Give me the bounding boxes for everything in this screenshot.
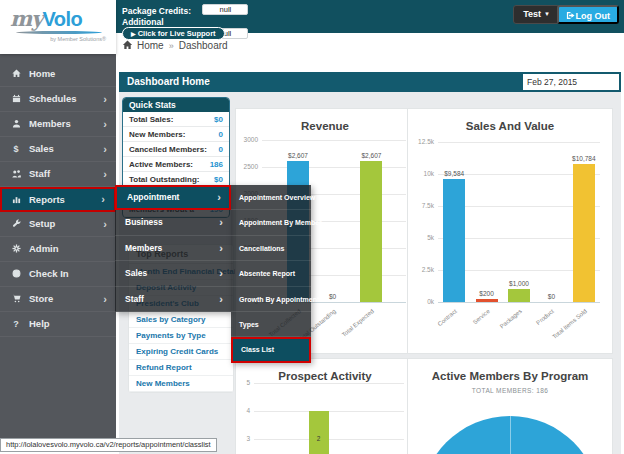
live-support-button[interactable]: ▶Click for Live Support [122,27,225,40]
submenu-item-cancellations[interactable]: Cancellations [231,236,311,261]
quick-stat-value: 0 [219,142,223,156]
top-report-link-payments-by-type[interactable]: Payments by Type [129,328,233,344]
top-report-link-new-members[interactable]: New Members [129,376,233,392]
chevron-right-icon: › [103,112,107,136]
date-input[interactable]: Feb 27, 2015 [523,74,619,90]
quick-stat-label: Cancelled Members: [129,142,207,156]
quick-stat-row-cancelled-members: Cancelled Members:0 [123,142,229,157]
myvolo-app: Package Credits: null Additional Credits… [0,0,624,454]
quick-stat-value: 0 [219,127,223,141]
menu-item-label: Growth By Appointment [239,296,319,303]
breadcrumb-separator: » [169,41,174,51]
chevron-right-icon: › [219,236,223,261]
sidebar-item-schedules[interactable]: Schedules› [0,87,116,112]
bar-chart-plot: 2 [254,383,404,454]
play-icon: ▶ [131,31,136,37]
dollar-icon: $ [10,137,22,161]
sales-and-value-chart-card: Sales And Value$9,584$200$1,000$0$10,784… [407,108,613,354]
sidebar-item-label: Sales [29,143,54,154]
quick-stat-row-active-members: Active Members:186 [123,157,229,172]
menu-item-label: Business [125,217,163,227]
reports-flyout-menu: Appointment›Business›Members›Sales›Staff… [115,185,231,312]
sidebar-item-label: Home [29,68,55,79]
logout-button[interactable]: Log Out [557,5,620,24]
menu-item-label: Absentee Report [239,270,295,277]
staff-icon [10,162,22,186]
y-tick-label: 3000 [236,136,258,143]
sidebar-item-label: Help [29,318,50,329]
menu-item-label: Sales [125,268,147,278]
y-tick-label: 7.5k [408,202,434,209]
sidebar-item-check-in[interactable]: Check In [0,262,116,287]
sidebar-item-store[interactable]: Store› [0,287,116,312]
chart-title: Sales And Value [408,109,612,132]
sidebar-item-staff[interactable]: Staff› [0,162,116,187]
quick-stat-value: $0 [214,112,223,126]
menu-item-label: Appointment By Member [239,219,322,226]
y-tick-label: 4 [236,407,250,414]
chevron-right-icon: › [103,287,107,311]
x-axis-label: Total Expected [329,308,376,349]
calendar-icon [10,87,22,111]
submenu-item-absentee-report[interactable]: Absentee Report [231,261,311,286]
sidebar-item-help[interactable]: ?Help [0,312,116,337]
bar-chart-plot: $9,584$200$1,000$0$10,784 [438,142,600,302]
menu-item-label: Appointment Overview [239,194,315,201]
y-tick-label: 5 [236,379,250,386]
quick-stat-row-total-sales: Total Sales:$0 [123,112,229,127]
sidebar-item-admin[interactable]: Admin [0,237,116,262]
menu-item-label: Staff [125,294,144,304]
bar-prospect-activity [309,411,329,454]
menu-item-business[interactable]: Business› [115,210,231,235]
pie-slice-divider [510,416,511,454]
submenu-item-appointment-by-member[interactable]: Appointment By Member [231,210,311,235]
gridline [254,383,404,384]
sidebar-item-sales[interactable]: $Sales› [0,137,116,162]
sidebar-item-label: Reports [29,194,65,205]
gridline [438,142,600,143]
sidebar-item-reports[interactable]: Reports› [0,187,116,212]
top-report-link-refund-report[interactable]: Refund Report [129,360,233,376]
menu-item-label: Cancellations [239,245,285,252]
top-report-link-expiring-credit-cards[interactable]: Expiring Credit Cards [129,344,233,360]
chart-title: Revenue [236,109,414,132]
x-axis-line [438,302,600,303]
y-tick-label: 0k [408,298,434,305]
menu-item-sales[interactable]: Sales› [115,261,231,286]
sidebar-item-label: Check In [29,268,69,279]
logout-icon [566,11,575,20]
submenu-item-class-list[interactable]: Class List [231,337,311,362]
gridline [262,140,406,141]
menu-item-appointment[interactable]: Appointment› [115,185,231,210]
status-url-tooltip: http://lolalovesvolo.myvolo.ca/v2/report… [0,438,217,452]
chevron-right-icon: › [219,210,223,235]
bar-data-label: $2,607 [278,152,318,159]
top-report-link-sales-by-category[interactable]: Sales by Category [129,312,233,328]
package-credits-value[interactable]: null [202,4,248,15]
myvolo-logo[interactable]: myVolo by Member Solutions® [0,0,116,54]
appointment-flyout-menu: Appointment OverviewAppointment By Membe… [231,185,311,363]
chevron-down-icon: ▼ [544,11,550,17]
quick-stat-value: 186 [210,157,223,171]
submenu-item-growth-by-appointment[interactable]: Growth By Appointment [231,287,311,312]
sidebar-item-setup[interactable]: Setup› [0,212,116,237]
gridline [254,411,404,412]
menu-item-members[interactable]: Members› [115,236,231,261]
sidebar-item-members[interactable]: Members› [0,112,116,137]
submenu-item-types[interactable]: Types [231,312,311,337]
help-icon: ? [10,312,22,336]
menu-item-staff[interactable]: Staff› [115,287,231,312]
sidebar-item-label: Store [29,293,53,304]
menu-item-label: Types [239,321,259,328]
quick-stat-value: $0 [214,172,223,186]
quick-stat-label: Total Outstanding: [129,172,200,186]
checkin-icon [10,262,22,286]
submenu-item-appointment-overview[interactable]: Appointment Overview [231,185,311,210]
active-members-chart-card: Active Members By ProgramTOTAL MEMBERS: … [407,358,613,454]
user-menu-button[interactable]: Test▼ [513,5,560,24]
quick-stats-title: Quick Stats [123,98,229,112]
report-chart-icon [10,189,22,210]
bar-packages [508,289,530,302]
chevron-right-icon: › [103,162,107,186]
sidebar-item-home[interactable]: Home [0,62,116,87]
